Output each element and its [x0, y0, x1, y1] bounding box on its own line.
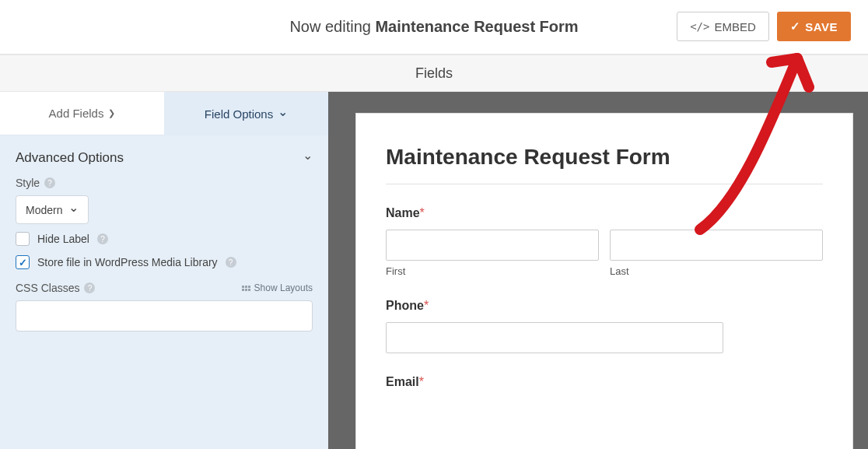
save-label: SAVE: [805, 20, 838, 33]
sidebar: Add Fields Field Options Advanced Option…: [0, 92, 328, 449]
phone-input[interactable]: [386, 322, 723, 353]
store-file-text: Store file in WordPress Media Library: [37, 256, 218, 268]
name-label: Name: [386, 206, 420, 219]
tab-options-label: Field Options: [205, 107, 273, 121]
sidebar-tabs: Add Fields Field Options: [0, 92, 328, 135]
preview-pane: Maintenance Request Form Name* First Las…: [328, 92, 868, 449]
first-name-input[interactable]: [386, 230, 599, 261]
style-select[interactable]: Modern: [16, 195, 89, 224]
page-title: Now editing Maintenance Request Form: [289, 18, 578, 36]
last-sublabel: Last: [610, 265, 823, 277]
section-advanced-options[interactable]: Advanced Options: [0, 135, 328, 169]
field-email: Email*: [386, 375, 823, 389]
check-icon: [790, 19, 801, 33]
required-asterisk: *: [419, 375, 424, 388]
css-classes-label: CSS Classes: [16, 282, 79, 294]
options-panel: Advanced Options Style ? Modern Hide Lab…: [0, 135, 328, 449]
css-classes-input[interactable]: [16, 300, 313, 331]
save-button[interactable]: SAVE: [777, 12, 851, 41]
style-label: Style: [16, 177, 40, 189]
field-name: Name* First Last: [386, 206, 823, 277]
grid-icon: [242, 286, 250, 291]
hide-label-text: Hide Label: [37, 233, 89, 245]
builder-layout: Add Fields Field Options Advanced Option…: [0, 92, 868, 449]
top-bar: Now editing Maintenance Request Form </>…: [0, 0, 868, 54]
name-inputs: First Last: [386, 230, 823, 277]
style-group: Style ? Modern: [0, 169, 328, 224]
chevron-down-icon: [68, 202, 79, 217]
form-title: Maintenance Request Form: [386, 145, 823, 184]
form-name: Maintenance Request Form: [375, 18, 578, 35]
show-layouts-text: Show Layouts: [254, 282, 313, 293]
required-asterisk: *: [424, 299, 429, 312]
preview-canvas: Maintenance Request Form Name* First Las…: [328, 92, 868, 449]
header-actions: </> EMBED SAVE: [677, 12, 851, 41]
show-layouts-button[interactable]: Show Layouts: [242, 282, 313, 293]
code-icon: </>: [690, 20, 709, 33]
style-label-row: Style ?: [16, 177, 313, 189]
chevron-right-icon: [108, 108, 115, 118]
tab-add-fields[interactable]: Add Fields: [0, 92, 164, 135]
fields-heading: Fields: [0, 54, 868, 92]
chevron-down-icon: [278, 107, 288, 121]
hide-label-row: Hide Label ?: [0, 224, 328, 247]
chevron-down-icon: [303, 149, 313, 166]
tab-field-options[interactable]: Field Options: [164, 92, 328, 135]
last-name-input[interactable]: [610, 230, 823, 261]
help-icon[interactable]: ?: [84, 282, 95, 293]
help-icon[interactable]: ?: [97, 233, 108, 244]
first-sublabel: First: [386, 265, 599, 277]
fields-heading-text: Fields: [415, 65, 453, 82]
tab-add-label: Add Fields: [49, 107, 104, 120]
phone-label: Phone: [386, 299, 424, 312]
style-value: Modern: [26, 204, 62, 216]
section-title: Advanced Options: [16, 150, 124, 166]
store-file-checkbox[interactable]: ✓: [16, 255, 30, 269]
embed-label: EMBED: [714, 20, 755, 33]
embed-button[interactable]: </> EMBED: [677, 12, 769, 41]
required-asterisk: *: [420, 206, 425, 219]
help-icon[interactable]: ?: [226, 257, 236, 268]
email-label: Email: [386, 375, 419, 388]
hide-label-checkbox[interactable]: [16, 232, 30, 246]
css-classes-head: CSS Classes ? Show Layouts: [0, 271, 328, 300]
form-preview: Maintenance Request Form Name* First Las…: [356, 114, 852, 449]
editing-prefix: Now editing: [289, 18, 375, 35]
css-classes-label-row: CSS Classes ?: [16, 282, 95, 294]
field-phone: Phone*: [386, 299, 823, 353]
help-icon[interactable]: ?: [44, 177, 55, 188]
store-file-row: ✓ Store file in WordPress Media Library …: [0, 247, 328, 271]
